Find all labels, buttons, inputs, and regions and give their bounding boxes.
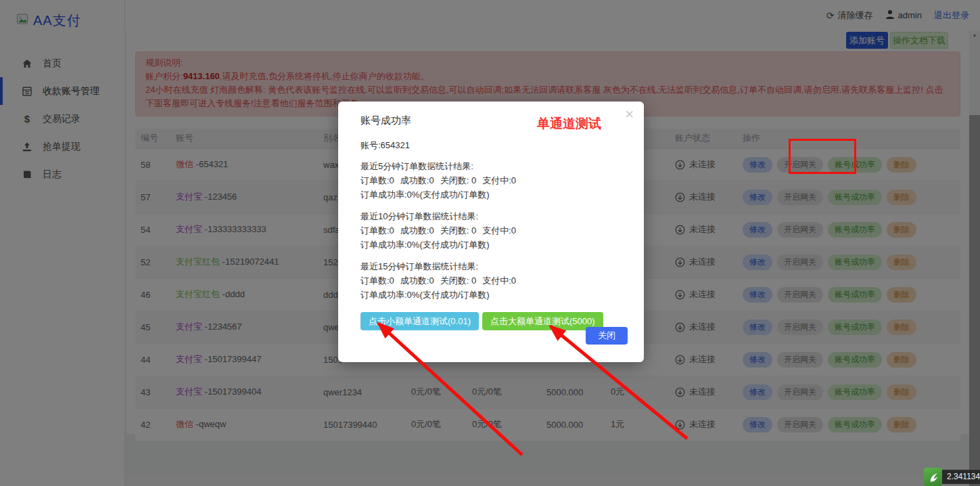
small-amount-test-button[interactable]: 点击小额单通道测试(0.01) [360,312,479,330]
close-button[interactable]: 关闭 [586,327,628,345]
stat-value: 关闭数: 0 [440,175,476,185]
stat-value: 订单数:0 [360,225,394,236]
stats-line: 订单数:0成功数:0关闭数: 0支付中:0 [360,173,626,187]
stats-block: 最近10分钟订单数据统计结果:订单数:0成功数:0关闭数: 0支付中:0订单成功… [360,209,626,252]
stats-block: 最近5分钟订单数据统计结果:订单数:0成功数:0关闭数: 0支付中:0订单成功率… [360,159,626,202]
stat-value: 关闭数: 0 [440,275,476,286]
stats-block: 最近15分钟订单数据统计结果:订单数:0成功数:0关闭数: 0支付中:0订单成功… [360,259,626,302]
stat-value: 支付中:0 [482,225,516,236]
stat-value: 订单数:0 [360,275,394,286]
modal-body: 账号:654321 最近5分钟订单数据统计结果:订单数:0成功数:0关闭数: 0… [360,139,626,330]
stat-value: 成功数:0 [400,225,434,236]
stat-value: 支付中:0 [482,175,516,185]
stat-value: 订单数:0 [360,175,394,185]
success-rate-modal: 账号成功率 单通道测试 × 账号:654321 最近5分钟订单数据统计结果:订单… [338,102,644,362]
modal-stats-blocks: 最近5分钟订单数据统计结果:订单数:0成功数:0关闭数: 0支付中:0订单成功率… [360,159,626,302]
stat-value: 成功数:0 [400,275,434,286]
stats-rate-line: 订单成功率:0%(支付成功/订单数) [360,288,626,302]
annotation-highlight-box [789,139,856,174]
stat-value: 成功数:0 [400,175,434,185]
page-load-time: 2.341134s [942,470,980,484]
annotation-headline: 单通道测试 [537,115,601,133]
stats-block-title: 最近10分钟订单数据统计结果: [360,209,626,223]
stats-line: 订单数:0成功数:0关闭数: 0支付中:0 [360,223,626,238]
large-amount-test-button[interactable]: 点击大额单通道测试(5000) [482,312,603,330]
stats-block-title: 最近5分钟订单数据统计结果: [360,159,626,173]
modal-account-line: 账号:654321 [360,139,626,152]
stats-line: 订单数:0成功数:0关闭数: 0支付中:0 [360,273,626,288]
stats-block-title: 最近15分钟订单数据统计结果: [360,259,626,273]
stats-rate-line: 订单成功率:0%(支付成功/订单数) [360,187,626,202]
close-icon[interactable]: × [625,107,634,122]
stat-value: 关闭数: 0 [440,225,476,236]
stats-rate-line: 订单成功率:0%(支付成功/订单数) [360,238,626,252]
thinkphp-logo-icon[interactable] [924,468,942,486]
stat-value: 支付中:0 [482,275,516,286]
debug-toolbar[interactable]: 2.341134s [924,468,980,486]
modal-title: 账号成功率 [360,114,411,127]
